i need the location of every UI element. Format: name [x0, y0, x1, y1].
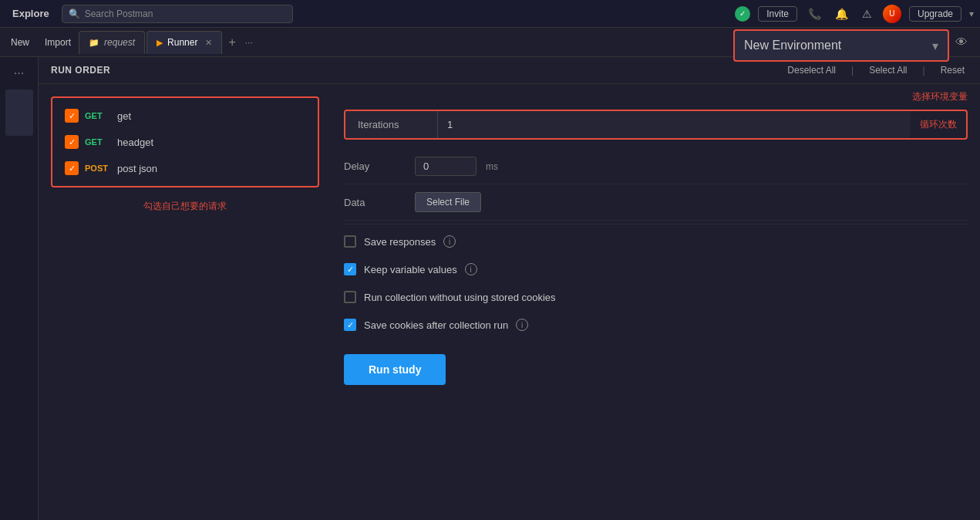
env-hint-text[interactable]: 选择环境变量 [912, 90, 968, 103]
top-bar: Explore 🔍 Search Postman Invite 📞 🔔 ⚠ U … [0, 0, 980, 28]
request-name-headget: headget [117, 137, 153, 148]
checkbox-get-icon[interactable]: ✓ [65, 109, 79, 123]
call-icon-btn[interactable]: 📞 [805, 6, 824, 22]
chevron-icon: ▾ [969, 8, 974, 19]
save-responses-row: Save responses i [344, 228, 968, 255]
check-icon: ✓ [69, 137, 76, 147]
play-icon: ▶ [157, 38, 163, 48]
tab-runner[interactable]: ▶ Runner ✕ [146, 31, 222, 54]
request-name-post: post json [117, 163, 157, 174]
env-dropdown[interactable]: New Environment ▾ [733, 29, 949, 62]
iterations-input[interactable] [438, 111, 911, 138]
save-responses-info-icon[interactable]: i [443, 235, 456, 248]
divider [344, 224, 968, 225]
request-tab-label: request [104, 37, 135, 48]
keep-variable-checkbox[interactable]: ✓ [344, 263, 356, 275]
run-without-cookies-checkbox[interactable] [344, 291, 356, 303]
run-without-cookies-label: Run collection without using stored cook… [364, 292, 556, 303]
run-order-title: RUN ORDER [51, 65, 772, 76]
iterations-label: Iterations [345, 111, 438, 138]
tab-add-icon[interactable]: + [222, 35, 241, 49]
save-responses-label: Save responses [364, 236, 436, 248]
deselect-all-button[interactable]: Deselect All [784, 63, 839, 77]
upgrade-button[interactable]: Upgrade [909, 6, 961, 22]
sidebar: ··· [0, 57, 39, 520]
status-indicator [735, 6, 750, 22]
table-row[interactable]: ✓ POST post json [59, 157, 312, 180]
env-dropdown-label: New Environment [744, 39, 841, 52]
save-cookies-checkbox[interactable]: ✓ [344, 319, 356, 331]
separator-2: | [923, 65, 925, 76]
data-row: Data Select File [344, 184, 968, 221]
request-hint-text: 勾选自己想要的请求 [51, 200, 319, 213]
tab-close-icon[interactable]: ✕ [205, 38, 212, 48]
iterations-row: Iterations 循环次数 [344, 110, 968, 140]
new-button[interactable]: New [3, 34, 37, 51]
info-text: i [470, 265, 472, 274]
method-badge-get-1: GET [85, 111, 111, 120]
import-button[interactable]: Import [37, 34, 79, 51]
alert-icon-btn[interactable]: ⚠ [859, 6, 875, 22]
save-cookies-label: Save cookies after collection run [364, 319, 508, 331]
run-study-button[interactable]: Run study [344, 354, 446, 385]
check-icon: ✓ [69, 164, 76, 174]
checkbox-post-icon[interactable]: ✓ [65, 161, 79, 175]
request-list-box: ✓ GET get ✓ GET headget [51, 96, 319, 187]
save-cookies-row: ✓ Save cookies after collection run i [344, 311, 968, 339]
avatar[interactable]: U [883, 5, 901, 23]
table-row[interactable]: ✓ GET headget [59, 130, 312, 154]
two-col-layout: ✓ GET get ✓ GET headget [39, 84, 980, 520]
bell-icon-btn[interactable]: 🔔 [832, 6, 851, 22]
check-icon: ✓ [347, 320, 354, 330]
save-responses-checkbox[interactable] [344, 235, 356, 248]
keep-variable-row: ✓ Keep variable values i [344, 255, 968, 283]
request-name-get: get [117, 110, 131, 122]
sidebar-more-icon[interactable]: ··· [11, 63, 27, 83]
invite-button[interactable]: Invite [758, 6, 797, 22]
run-without-cookies-row: Run collection without using stored cook… [344, 283, 968, 311]
delay-label: Delay [344, 160, 406, 172]
right-column: 选择环境变量 Iterations 循环次数 Delay ms Data [332, 84, 980, 520]
search-icon: 🔍 [69, 8, 80, 19]
eye-icon[interactable]: 👁 [949, 29, 974, 56]
iterations-hint: 循环次数 [911, 118, 966, 131]
table-row[interactable]: ✓ GET get [59, 104, 312, 127]
search-placeholder: Search Postman [85, 8, 153, 19]
left-column: ✓ GET get ✓ GET headget [39, 84, 332, 520]
checkbox-headget-icon[interactable]: ✓ [65, 135, 79, 149]
env-hint-row: 选择环境变量 [344, 84, 968, 110]
info-text: i [449, 238, 450, 246]
info-text: i [521, 321, 523, 329]
delay-unit: ms [486, 161, 498, 172]
chevron-down-icon: ▾ [932, 39, 938, 53]
save-cookies-info-icon[interactable]: i [516, 319, 528, 331]
delay-input[interactable] [415, 157, 477, 176]
select-file-button[interactable]: Select File [415, 192, 481, 212]
tab-bar: New Import 📁 request ▶ Runner ✕ + ··· Ne… [0, 28, 980, 57]
check-icon: ✓ [347, 265, 354, 275]
reset-button[interactable]: Reset [938, 63, 968, 77]
separator-1: | [851, 65, 854, 76]
sidebar-thumbnail [5, 89, 33, 136]
top-bar-right: Invite 📞 🔔 ⚠ U Upgrade ▾ [735, 5, 974, 23]
tab-request[interactable]: 📁 request [79, 31, 145, 54]
delay-row: Delay ms [344, 149, 968, 184]
folder-icon: 📁 [89, 38, 99, 48]
explore-label: Explore [6, 8, 56, 19]
method-badge-get-2: GET [85, 137, 111, 147]
tab-more-icon[interactable]: ··· [242, 37, 256, 48]
select-all-button[interactable]: Select All [866, 63, 910, 77]
method-badge-post: POST [85, 164, 111, 173]
check-icon: ✓ [69, 111, 76, 121]
main-layout: ··· RUN ORDER Deselect All | Select All … [0, 57, 980, 520]
keep-variable-info-icon[interactable]: i [465, 263, 477, 275]
data-label: Data [344, 197, 406, 208]
runner-tab-label: Runner [167, 37, 197, 48]
content-area: RUN ORDER Deselect All | Select All | Re… [39, 57, 980, 520]
search-bar[interactable]: 🔍 Search Postman [62, 5, 293, 23]
keep-variable-label: Keep variable values [364, 264, 457, 275]
